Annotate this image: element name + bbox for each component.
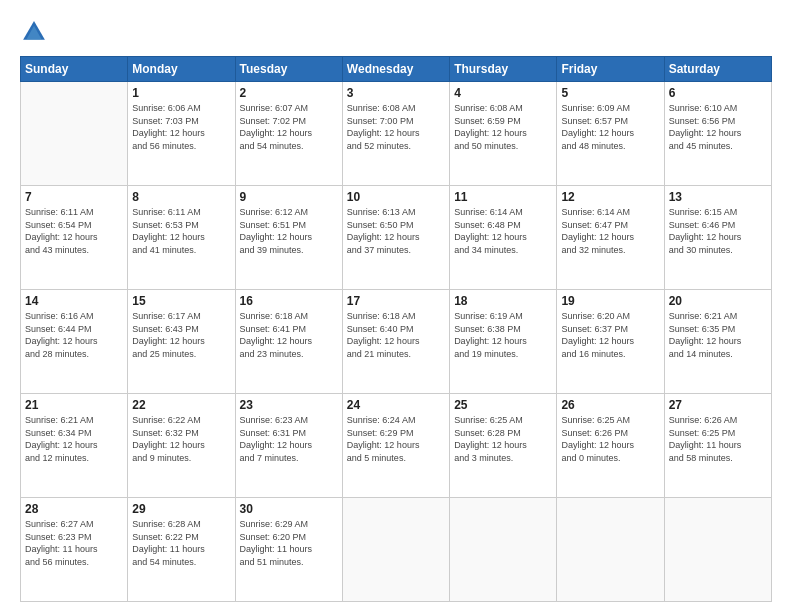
sun-info: Sunrise: 6:28 AM Sunset: 6:22 PM Dayligh…	[132, 518, 230, 568]
sun-info: Sunrise: 6:15 AM Sunset: 6:46 PM Dayligh…	[669, 206, 767, 256]
week-row-2: 7Sunrise: 6:11 AM Sunset: 6:54 PM Daylig…	[21, 186, 772, 290]
calendar-cell: 22Sunrise: 6:22 AM Sunset: 6:32 PM Dayli…	[128, 394, 235, 498]
calendar-cell: 8Sunrise: 6:11 AM Sunset: 6:53 PM Daylig…	[128, 186, 235, 290]
day-number: 7	[25, 189, 123, 205]
calendar-cell: 23Sunrise: 6:23 AM Sunset: 6:31 PM Dayli…	[235, 394, 342, 498]
sun-info: Sunrise: 6:08 AM Sunset: 7:00 PM Dayligh…	[347, 102, 445, 152]
day-number: 11	[454, 189, 552, 205]
calendar-cell: 13Sunrise: 6:15 AM Sunset: 6:46 PM Dayli…	[664, 186, 771, 290]
sun-info: Sunrise: 6:18 AM Sunset: 6:40 PM Dayligh…	[347, 310, 445, 360]
sun-info: Sunrise: 6:23 AM Sunset: 6:31 PM Dayligh…	[240, 414, 338, 464]
calendar-cell: 18Sunrise: 6:19 AM Sunset: 6:38 PM Dayli…	[450, 290, 557, 394]
day-number: 8	[132, 189, 230, 205]
day-number: 19	[561, 293, 659, 309]
calendar-cell	[342, 498, 449, 602]
day-number: 24	[347, 397, 445, 413]
calendar-cell: 15Sunrise: 6:17 AM Sunset: 6:43 PM Dayli…	[128, 290, 235, 394]
sun-info: Sunrise: 6:11 AM Sunset: 6:54 PM Dayligh…	[25, 206, 123, 256]
sun-info: Sunrise: 6:18 AM Sunset: 6:41 PM Dayligh…	[240, 310, 338, 360]
calendar-cell	[21, 82, 128, 186]
sun-info: Sunrise: 6:26 AM Sunset: 6:25 PM Dayligh…	[669, 414, 767, 464]
week-row-4: 21Sunrise: 6:21 AM Sunset: 6:34 PM Dayli…	[21, 394, 772, 498]
day-number: 25	[454, 397, 552, 413]
day-number: 13	[669, 189, 767, 205]
weekday-sunday: Sunday	[21, 57, 128, 82]
sun-info: Sunrise: 6:25 AM Sunset: 6:28 PM Dayligh…	[454, 414, 552, 464]
calendar-cell	[557, 498, 664, 602]
sun-info: Sunrise: 6:11 AM Sunset: 6:53 PM Dayligh…	[132, 206, 230, 256]
weekday-saturday: Saturday	[664, 57, 771, 82]
sun-info: Sunrise: 6:06 AM Sunset: 7:03 PM Dayligh…	[132, 102, 230, 152]
sun-info: Sunrise: 6:25 AM Sunset: 6:26 PM Dayligh…	[561, 414, 659, 464]
calendar-cell: 17Sunrise: 6:18 AM Sunset: 6:40 PM Dayli…	[342, 290, 449, 394]
calendar-cell: 4Sunrise: 6:08 AM Sunset: 6:59 PM Daylig…	[450, 82, 557, 186]
sun-info: Sunrise: 6:24 AM Sunset: 6:29 PM Dayligh…	[347, 414, 445, 464]
day-number: 4	[454, 85, 552, 101]
calendar-cell	[664, 498, 771, 602]
sun-info: Sunrise: 6:07 AM Sunset: 7:02 PM Dayligh…	[240, 102, 338, 152]
day-number: 26	[561, 397, 659, 413]
day-number: 29	[132, 501, 230, 517]
day-number: 22	[132, 397, 230, 413]
day-number: 10	[347, 189, 445, 205]
calendar-cell: 30Sunrise: 6:29 AM Sunset: 6:20 PM Dayli…	[235, 498, 342, 602]
sun-info: Sunrise: 6:22 AM Sunset: 6:32 PM Dayligh…	[132, 414, 230, 464]
sun-info: Sunrise: 6:16 AM Sunset: 6:44 PM Dayligh…	[25, 310, 123, 360]
day-number: 5	[561, 85, 659, 101]
calendar-cell: 19Sunrise: 6:20 AM Sunset: 6:37 PM Dayli…	[557, 290, 664, 394]
calendar-cell: 28Sunrise: 6:27 AM Sunset: 6:23 PM Dayli…	[21, 498, 128, 602]
logo-icon	[20, 18, 48, 46]
weekday-header-row: SundayMondayTuesdayWednesdayThursdayFrid…	[21, 57, 772, 82]
week-row-3: 14Sunrise: 6:16 AM Sunset: 6:44 PM Dayli…	[21, 290, 772, 394]
sun-info: Sunrise: 6:17 AM Sunset: 6:43 PM Dayligh…	[132, 310, 230, 360]
day-number: 1	[132, 85, 230, 101]
week-row-1: 1Sunrise: 6:06 AM Sunset: 7:03 PM Daylig…	[21, 82, 772, 186]
calendar-cell: 2Sunrise: 6:07 AM Sunset: 7:02 PM Daylig…	[235, 82, 342, 186]
day-number: 16	[240, 293, 338, 309]
day-number: 30	[240, 501, 338, 517]
calendar-cell: 1Sunrise: 6:06 AM Sunset: 7:03 PM Daylig…	[128, 82, 235, 186]
calendar-cell: 14Sunrise: 6:16 AM Sunset: 6:44 PM Dayli…	[21, 290, 128, 394]
sun-info: Sunrise: 6:19 AM Sunset: 6:38 PM Dayligh…	[454, 310, 552, 360]
calendar-cell: 20Sunrise: 6:21 AM Sunset: 6:35 PM Dayli…	[664, 290, 771, 394]
day-number: 23	[240, 397, 338, 413]
day-number: 2	[240, 85, 338, 101]
sun-info: Sunrise: 6:10 AM Sunset: 6:56 PM Dayligh…	[669, 102, 767, 152]
week-row-5: 28Sunrise: 6:27 AM Sunset: 6:23 PM Dayli…	[21, 498, 772, 602]
calendar-cell: 11Sunrise: 6:14 AM Sunset: 6:48 PM Dayli…	[450, 186, 557, 290]
weekday-thursday: Thursday	[450, 57, 557, 82]
calendar-cell: 21Sunrise: 6:21 AM Sunset: 6:34 PM Dayli…	[21, 394, 128, 498]
calendar-cell: 9Sunrise: 6:12 AM Sunset: 6:51 PM Daylig…	[235, 186, 342, 290]
calendar-cell: 10Sunrise: 6:13 AM Sunset: 6:50 PM Dayli…	[342, 186, 449, 290]
sun-info: Sunrise: 6:09 AM Sunset: 6:57 PM Dayligh…	[561, 102, 659, 152]
sun-info: Sunrise: 6:13 AM Sunset: 6:50 PM Dayligh…	[347, 206, 445, 256]
calendar-cell: 5Sunrise: 6:09 AM Sunset: 6:57 PM Daylig…	[557, 82, 664, 186]
day-number: 20	[669, 293, 767, 309]
sun-info: Sunrise: 6:29 AM Sunset: 6:20 PM Dayligh…	[240, 518, 338, 568]
sun-info: Sunrise: 6:08 AM Sunset: 6:59 PM Dayligh…	[454, 102, 552, 152]
weekday-friday: Friday	[557, 57, 664, 82]
weekday-wednesday: Wednesday	[342, 57, 449, 82]
day-number: 17	[347, 293, 445, 309]
sun-info: Sunrise: 6:21 AM Sunset: 6:35 PM Dayligh…	[669, 310, 767, 360]
calendar-cell: 6Sunrise: 6:10 AM Sunset: 6:56 PM Daylig…	[664, 82, 771, 186]
sun-info: Sunrise: 6:14 AM Sunset: 6:47 PM Dayligh…	[561, 206, 659, 256]
day-number: 15	[132, 293, 230, 309]
calendar-cell: 24Sunrise: 6:24 AM Sunset: 6:29 PM Dayli…	[342, 394, 449, 498]
sun-info: Sunrise: 6:12 AM Sunset: 6:51 PM Dayligh…	[240, 206, 338, 256]
calendar-table: SundayMondayTuesdayWednesdayThursdayFrid…	[20, 56, 772, 602]
sun-info: Sunrise: 6:14 AM Sunset: 6:48 PM Dayligh…	[454, 206, 552, 256]
weekday-monday: Monday	[128, 57, 235, 82]
sun-info: Sunrise: 6:27 AM Sunset: 6:23 PM Dayligh…	[25, 518, 123, 568]
calendar-cell	[450, 498, 557, 602]
calendar-body: 1Sunrise: 6:06 AM Sunset: 7:03 PM Daylig…	[21, 82, 772, 602]
logo	[20, 18, 52, 46]
day-number: 18	[454, 293, 552, 309]
calendar-cell: 7Sunrise: 6:11 AM Sunset: 6:54 PM Daylig…	[21, 186, 128, 290]
calendar-cell: 26Sunrise: 6:25 AM Sunset: 6:26 PM Dayli…	[557, 394, 664, 498]
sun-info: Sunrise: 6:21 AM Sunset: 6:34 PM Dayligh…	[25, 414, 123, 464]
day-number: 27	[669, 397, 767, 413]
day-number: 12	[561, 189, 659, 205]
day-number: 14	[25, 293, 123, 309]
calendar-cell: 29Sunrise: 6:28 AM Sunset: 6:22 PM Dayli…	[128, 498, 235, 602]
